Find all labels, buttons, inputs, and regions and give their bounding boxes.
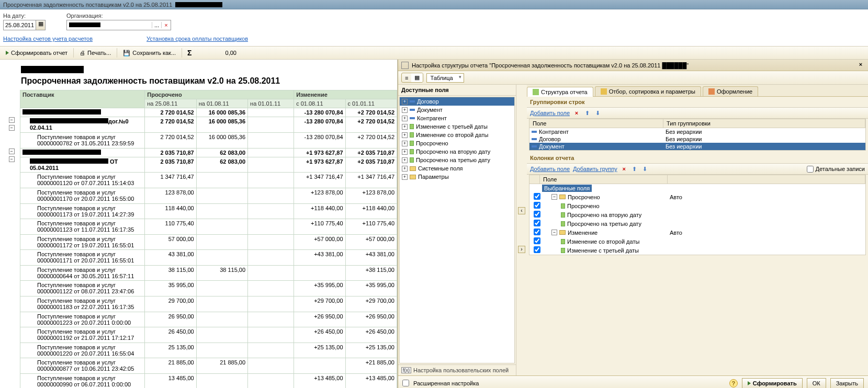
tab-filter[interactable]: Отбор, сортировка и параметры — [595, 86, 701, 96]
print-button[interactable]: 🖨Печать... — [76, 47, 115, 59]
add-field-link-2[interactable]: Добавить поле — [530, 166, 570, 172]
move-left-button[interactable]: ‹ — [518, 207, 525, 214]
mode-toggle[interactable]: ≡ ▦ — [401, 73, 423, 83]
clear-icon[interactable]: × — [161, 22, 171, 28]
down-arrow-icon-2[interactable]: ⬇ — [641, 165, 649, 173]
available-field-item[interactable]: +Системные поля — [400, 164, 514, 173]
column-item[interactable]: Просрочено на третью дату — [529, 219, 865, 228]
table-row[interactable]: Поступление товаров и услуг 00000001171 … — [20, 250, 397, 266]
mode-table-icon[interactable]: ▦ — [411, 73, 423, 82]
table-row[interactable]: Поступление товаров и услуг 00000001173 … — [20, 203, 397, 219]
column-item[interactable]: −ИзменениеАвто — [529, 228, 865, 237]
mode-list-icon[interactable]: ≡ — [402, 73, 411, 82]
available-field-item[interactable]: +Параметры — [400, 173, 514, 181]
detail-checkbox[interactable] — [807, 166, 814, 173]
delete-icon[interactable]: × — [573, 109, 580, 117]
available-field-item[interactable]: +Изменение с третьей даты — [400, 122, 514, 131]
add-field-link[interactable]: Добавить поле — [530, 110, 570, 116]
table-row[interactable]: дог.№0 02.04.112 720 014,5216 000 085,36… — [20, 117, 397, 133]
row-group-item[interactable]: КонтрагентБез иерархии — [529, 128, 865, 135]
column-item[interactable]: Просрочено на вторую дату — [529, 210, 865, 219]
generate-button[interactable]: Сформировать — [742, 378, 803, 389]
available-field-item[interactable]: +Изменение со второй даты — [400, 131, 514, 139]
down-arrow-icon[interactable]: ⬇ — [594, 109, 601, 117]
column-item[interactable]: Просрочено — [529, 201, 865, 210]
row-group-item[interactable]: ДоговорБез иерархии — [529, 135, 865, 143]
table-row[interactable]: Поступление товаров и услуг 00000001120 … — [20, 173, 397, 188]
delete-icon-2[interactable]: × — [621, 165, 628, 173]
table-row[interactable]: Поступление товаров и услуг 00000000990 … — [20, 373, 397, 388]
add-group-link[interactable]: Добавить группу — [573, 166, 617, 172]
report-table[interactable]: Поставщик Просрочено Изменение на 25.08.… — [20, 90, 397, 388]
available-field-item[interactable]: +Просрочено — [400, 139, 514, 147]
tab-structure[interactable]: Структура отчета — [527, 87, 593, 97]
table-row[interactable]: Поступление товаров и услуг 00000001223 … — [20, 312, 397, 327]
mode-dropdown[interactable]: Таблица — [426, 73, 464, 83]
custom-fields-link[interactable]: Настройка пользовательских полей — [413, 367, 509, 373]
row-group-item[interactable]: ДокументБез иерархии — [529, 143, 865, 150]
generate-report-button[interactable]: Сформировать отчет — [2, 47, 71, 59]
expand-icon[interactable]: + — [402, 149, 408, 155]
table-row[interactable]: 2 035 710,8762 083,00+1 973 627,87+2 035… — [20, 148, 397, 157]
column-checkbox[interactable] — [534, 246, 540, 253]
column-checkbox[interactable] — [534, 211, 540, 218]
table-row[interactable]: Поступление товаров и услуг 00000001170 … — [20, 188, 397, 204]
column-checkbox[interactable] — [534, 193, 540, 200]
ext-setup-checkbox[interactable] — [402, 380, 409, 386]
accounts-link[interactable]: Настройка счетов учета расчетов — [3, 36, 93, 42]
column-item[interactable]: −ПросроченоАвто — [529, 192, 865, 201]
expand-icon[interactable]: + — [402, 124, 408, 130]
column-checkbox[interactable] — [534, 237, 540, 244]
table-row[interactable]: Поступление товаров и услуг 00000000877 … — [20, 358, 397, 374]
date-input[interactable]: 25.08.2011 ▦ — [3, 20, 46, 30]
expand-icon[interactable]: + — [402, 174, 408, 180]
collapse-icon[interactable]: − — [9, 125, 15, 131]
save-as-button[interactable]: 💾Сохранить как... — [119, 47, 179, 59]
column-item[interactable]: Изменение со второй даты — [529, 237, 865, 246]
expand-icon[interactable]: + — [402, 166, 408, 172]
table-row[interactable]: ОТ 05.04.20112 035 710,8762 083,00+1 973… — [20, 157, 397, 173]
columns-grid[interactable]: Поле Выбранные поля −ПросроченоАвтоПроср… — [529, 175, 866, 255]
field-icon — [410, 100, 415, 102]
close-panel-button[interactable]: Закрыть — [830, 378, 864, 389]
table-row[interactable]: Поступление товаров и услуг 00000000644 … — [20, 265, 397, 281]
available-field-item[interactable]: +Просрочено на вторую дату — [400, 147, 514, 156]
table-row[interactable]: Поступление товаров и услуг 00000001183 … — [20, 296, 397, 312]
collapse-icon[interactable]: − — [9, 149, 15, 154]
expand-icon[interactable]: + — [402, 157, 408, 163]
table-row[interactable]: Поступление товаров и услуг 00000001122 … — [20, 281, 397, 296]
column-checkbox[interactable] — [534, 229, 540, 235]
collapse-icon[interactable]: − — [9, 156, 15, 162]
available-field-item[interactable]: +Документ — [400, 106, 514, 114]
up-arrow-icon[interactable]: ⬆ — [583, 109, 591, 117]
help-icon[interactable]: ? — [729, 379, 738, 387]
available-field-item[interactable]: +Договор — [400, 97, 514, 106]
close-button[interactable]: × — [856, 61, 865, 70]
table-row[interactable]: Поступление товаров и услуг 00000001192 … — [20, 327, 397, 343]
calendar-icon[interactable]: ▦ — [36, 20, 45, 30]
expand-icon[interactable]: + — [402, 107, 408, 113]
column-checkbox[interactable] — [534, 220, 540, 226]
collapse-icon[interactable]: − — [9, 117, 15, 123]
terms-link[interactable]: Установка срока оплаты поставщиков — [146, 36, 248, 42]
ok-button[interactable]: ОК — [807, 378, 826, 389]
lookup-icon[interactable]: ... — [152, 22, 161, 28]
column-item[interactable]: Изменение с третьей даты — [529, 246, 865, 255]
org-input[interactable]: ... × — [66, 20, 171, 30]
table-row[interactable]: 2 720 014,5216 000 085,36-13 280 070,84+… — [20, 108, 397, 117]
row-groups-grid[interactable]: ПолеТип группировки КонтрагентБез иерарх… — [529, 119, 866, 151]
expand-icon[interactable]: + — [402, 116, 408, 121]
move-right-button[interactable]: › — [518, 246, 525, 253]
available-field-item[interactable]: +Просрочено на третью дату — [400, 156, 514, 164]
expand-icon[interactable]: + — [402, 141, 408, 146]
table-row[interactable]: Поступление товаров и услуг 00000001123 … — [20, 219, 397, 235]
expand-icon[interactable]: + — [402, 99, 408, 105]
column-checkbox[interactable] — [534, 202, 540, 209]
table-row[interactable]: Поступление товаров и услуг 00000000782 … — [20, 132, 397, 148]
expand-icon[interactable]: + — [402, 132, 408, 138]
table-row[interactable]: Поступление товаров и услуг 00000001220 … — [20, 343, 397, 358]
available-field-item[interactable]: +Контрагент — [400, 114, 514, 122]
tab-design[interactable]: Оформление — [703, 86, 758, 96]
up-arrow-icon-2[interactable]: ⬆ — [631, 165, 638, 173]
table-row[interactable]: Поступление товаров и услуг 00000001172 … — [20, 234, 397, 250]
